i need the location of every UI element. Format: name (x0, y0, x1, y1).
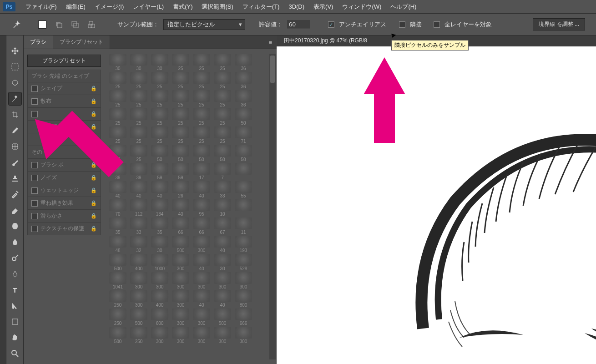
brush-thumb[interactable]: 134 (150, 199, 169, 217)
opt-buildup[interactable]: 重ね描き効果🔒 (27, 197, 101, 210)
brush-thumb[interactable]: 300 (150, 327, 169, 344)
gradient-tool[interactable] (9, 220, 21, 233)
brush-thumb[interactable]: 66 (192, 217, 211, 235)
lock-icon[interactable]: 🔒 (91, 124, 97, 130)
opt-smoothing[interactable]: 滑らかさ🔒 (27, 210, 101, 222)
brush-thumb[interactable]: 36 (234, 72, 253, 89)
brush-thumb[interactable]: 40 (129, 181, 148, 198)
lock-icon[interactable]: 🔒 (91, 111, 97, 117)
brush-thumb[interactable]: 10 (213, 199, 232, 217)
brush-thumb[interactable]: 25 (213, 108, 232, 126)
opt-wet-edges[interactable]: ウェットエッジ🔒 (27, 184, 101, 197)
brush-thumb[interactable]: 33 (213, 181, 232, 198)
brush-scrollbar[interactable] (269, 54, 276, 359)
brush-thumb[interactable]: 300 (150, 272, 169, 289)
brush-thumb[interactable]: 36 (234, 54, 253, 71)
brush-thumb[interactable]: 50 (192, 145, 211, 162)
menu-window[interactable]: ウィンドウ(W) (338, 1, 386, 13)
brush-thumb[interactable]: 59 (171, 163, 190, 180)
menu-image[interactable]: イメージ(I) (90, 1, 128, 13)
brush-thumb[interactable]: 25 (150, 72, 169, 89)
brush-thumb[interactable]: 400 (150, 290, 169, 308)
brush-thumb[interactable]: 26 (171, 181, 190, 198)
brush-thumb[interactable]: 40 (213, 236, 232, 253)
hand-tool[interactable] (9, 331, 21, 344)
brush-thumb[interactable]: 30 (213, 254, 232, 271)
brush-thumb[interactable]: 25 (150, 126, 169, 144)
lock-icon[interactable]: 🔒 (91, 175, 97, 181)
brush-thumb[interactable]: 25 (213, 90, 232, 107)
opt-noise[interactable]: ノイズ🔒 (27, 172, 101, 184)
lock-icon[interactable]: 🔒 (91, 200, 97, 206)
brush-thumb[interactable]: 67 (213, 217, 232, 235)
brush-thumb[interactable]: 500 (108, 327, 127, 344)
opt-scatter[interactable]: 散布🔒 (27, 95, 101, 108)
brush-thumb[interactable]: 50 (213, 145, 232, 162)
brush-thumb[interactable]: 7 (213, 163, 232, 180)
brush-thumb[interactable]: 39 (129, 163, 148, 180)
brush-thumb[interactable]: 300 (213, 272, 232, 289)
dodge-tool[interactable] (9, 252, 21, 264)
history-brush-tool[interactable] (9, 188, 21, 201)
lock-icon[interactable]: 🔒 (91, 226, 97, 232)
brush-thumb[interactable]: 25 (171, 72, 190, 89)
brush-thumb[interactable]: 17 (192, 163, 211, 180)
brush-thumb[interactable]: 25 (129, 126, 148, 144)
brush-thumb[interactable]: 300 (234, 327, 253, 344)
brush-thumb[interactable]: 30 (150, 54, 169, 71)
brush-thumb[interactable]: 25 (108, 108, 127, 126)
tolerance-input[interactable] (287, 20, 310, 29)
brush-thumb[interactable]: 40 (192, 181, 211, 198)
brush-thumb[interactable]: 800 (234, 290, 253, 308)
brush-thumb[interactable]: 25 (192, 72, 211, 89)
tab-brush-preset[interactable]: ブラシプリセット (53, 35, 110, 49)
opt-tip-shape[interactable]: ブラシ 先端 のシェイプ (27, 70, 101, 82)
brush-thumb[interactable]: 250 (129, 327, 148, 344)
brush-thumb[interactable]: 25 (171, 108, 190, 126)
brush-thumb[interactable]: 66 (171, 217, 190, 235)
brush-thumb[interactable]: 250 (108, 308, 127, 326)
patch-tool[interactable] (9, 140, 21, 153)
marquee-tool[interactable] (9, 61, 21, 73)
brush-thumb[interactable]: 500 (171, 236, 190, 253)
brush-thumb[interactable]: 25 (192, 54, 211, 71)
stamp-tool[interactable] (9, 172, 21, 185)
brush-thumb[interactable]: 25 (171, 90, 190, 107)
panel-menu-icon[interactable]: ≡ (264, 36, 277, 49)
brush-thumb[interactable]: 25 (150, 108, 169, 126)
menu-file[interactable]: ファイル(F) (21, 1, 61, 13)
brush-thumb[interactable]: 33 (129, 217, 148, 235)
brush-thumb[interactable]: 25 (171, 126, 190, 144)
brush-thumb[interactable]: 71 (234, 126, 253, 144)
brush-thumb[interactable]: 25 (108, 72, 127, 89)
brush-thumb[interactable]: 70 (108, 199, 127, 217)
sample-range-select[interactable]: 指定したピクセル (163, 19, 245, 30)
brush-thumb[interactable]: 36 (234, 90, 253, 107)
brush-thumb[interactable] (234, 163, 253, 180)
brush-thumb[interactable]: 25 (129, 90, 148, 107)
brush-thumb[interactable]: 35 (108, 217, 127, 235)
brush-thumb[interactable]: 500 (213, 308, 232, 326)
brush-thumb[interactable]: 55 (234, 181, 253, 198)
brush-thumb[interactable]: 300 (171, 308, 190, 326)
lock-icon[interactable]: 🔒 (91, 213, 97, 219)
brush-thumb[interactable]: 30 (150, 236, 169, 253)
path-tool[interactable] (9, 299, 21, 312)
brush-thumb[interactable]: 40 (192, 254, 211, 271)
brush-thumb[interactable]: 300 (192, 236, 211, 253)
brush-thumb[interactable]: 400 (129, 254, 148, 271)
brush-thumb[interactable]: 300 (192, 327, 211, 344)
brush-tool[interactable] (9, 156, 21, 169)
brush-thumb[interactable]: 48 (108, 236, 127, 253)
lock-icon[interactable]: 🔒 (91, 187, 97, 193)
brush-thumb[interactable]: 25 (108, 90, 127, 107)
menu-select[interactable]: 選択範囲(S) (197, 1, 237, 13)
menu-edit[interactable]: 編集(E) (61, 1, 90, 13)
brush-thumb[interactable]: 25 (129, 72, 148, 89)
menu-layer[interactable]: レイヤー(L) (128, 1, 168, 13)
brush-thumb[interactable]: 32 (129, 236, 148, 253)
eyedropper-tool[interactable] (9, 124, 21, 137)
layers-icon[interactable] (53, 19, 65, 30)
brush-thumb[interactable]: 300 (129, 272, 148, 289)
zoom-tool[interactable] (9, 347, 21, 360)
